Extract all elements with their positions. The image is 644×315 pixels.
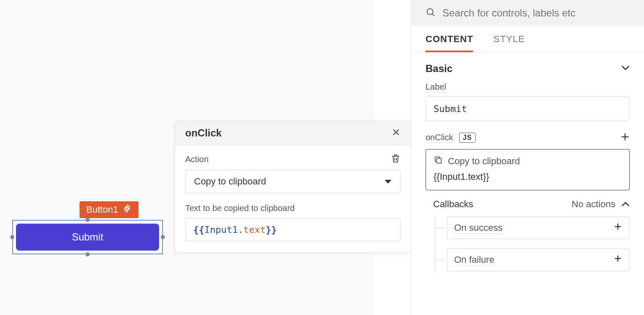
expr-obj: Input1 — [205, 224, 238, 235]
on-failure-label: On failure — [454, 254, 494, 266]
onclick-property-label: onClick — [426, 133, 453, 143]
selection-frame[interactable]: Submit — [12, 220, 163, 254]
js-toggle-badge[interactable]: JS — [459, 133, 476, 143]
submit-button[interactable]: Submit — [16, 224, 159, 251]
resize-handle-bottom[interactable] — [85, 252, 90, 256]
text-to-copy-label: Text to be copied to clipboard — [185, 203, 401, 213]
popup-title: onClick — [185, 127, 222, 139]
callbacks-header[interactable]: Callbacks No actions — [426, 199, 630, 210]
label-input[interactable]: Submit — [426, 96, 630, 121]
svg-line-6 — [432, 14, 435, 16]
action-expression-text: {{Input1.text}} — [434, 171, 622, 182]
svg-point-5 — [427, 9, 433, 15]
svg-point-0 — [126, 207, 128, 210]
search-bar[interactable] — [411, 0, 644, 26]
trash-icon[interactable] — [391, 153, 401, 166]
action-select-value: Copy to clipboard — [194, 176, 266, 187]
popup-header: onClick — [175, 121, 411, 145]
label-property-label: Label — [426, 82, 446, 92]
action-summary-text: Copy to clipboard — [448, 156, 520, 167]
expr-dot: . — [238, 224, 243, 235]
chevron-up-icon — [621, 199, 630, 210]
svg-rect-9 — [436, 158, 441, 163]
properties-panel: CONTENT STYLE Basic Label Submit onClick… — [411, 0, 644, 315]
resize-handle-right[interactable] — [161, 235, 165, 239]
search-icon — [426, 7, 436, 19]
on-success-item[interactable]: On success — [447, 216, 630, 239]
action-select[interactable]: Copy to clipboard — [185, 170, 401, 193]
search-input[interactable] — [442, 7, 630, 19]
panel-tabs: CONTENT STYLE — [411, 26, 644, 53]
callbacks-summary: No actions — [572, 199, 615, 210]
tab-content[interactable]: CONTENT — [426, 26, 473, 52]
close-icon[interactable] — [391, 128, 401, 139]
onclick-action-card[interactable]: Copy to clipboard {{Input1.text}} — [426, 149, 630, 190]
on-success-label: On success — [454, 222, 503, 234]
section-basic-title: Basic — [426, 63, 452, 75]
add-action-icon[interactable] — [620, 132, 630, 143]
widget-name-text: Button1 — [86, 204, 118, 215]
caret-down-icon — [384, 176, 392, 187]
expr-prop: text — [243, 224, 266, 235]
expr-open: {{ — [193, 224, 205, 235]
action-label: Action — [185, 155, 209, 164]
copy-icon — [434, 155, 443, 167]
resize-handle-top[interactable] — [85, 218, 90, 222]
tab-style[interactable]: STYLE — [493, 26, 525, 52]
section-basic-header[interactable]: Basic — [426, 53, 630, 82]
on-failure-item[interactable]: On failure — [447, 248, 630, 271]
onclick-popup: onClick Action Cop — [175, 121, 411, 253]
expr-close: }} — [266, 224, 277, 235]
chevron-down-icon — [621, 65, 630, 72]
plus-icon[interactable] — [613, 222, 623, 234]
callbacks-label: Callbacks — [426, 199, 473, 210]
callbacks-tree: On success On failure — [435, 216, 630, 271]
resize-handle-left[interactable] — [10, 235, 14, 239]
widget-name-tag[interactable]: Button1 — [80, 201, 138, 218]
plus-icon[interactable] — [613, 254, 623, 266]
text-to-copy-input[interactable]: {{Input1.text}} — [185, 218, 401, 241]
gear-icon[interactable] — [122, 204, 132, 216]
